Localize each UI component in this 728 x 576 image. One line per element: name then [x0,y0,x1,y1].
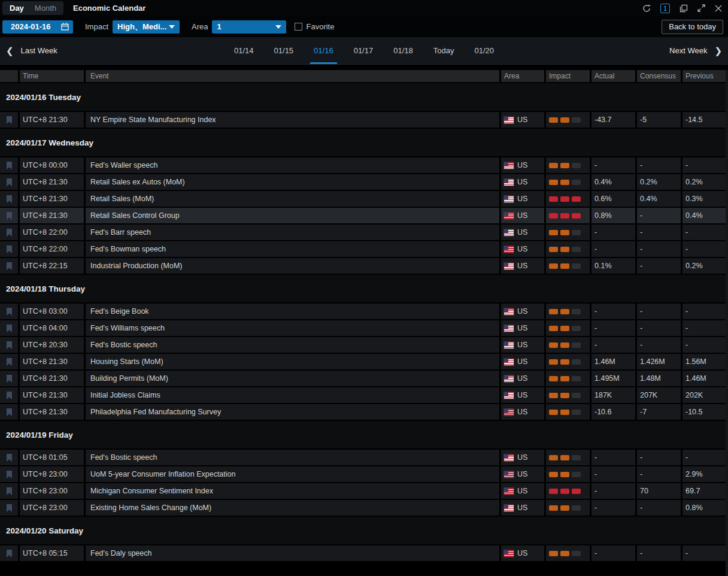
impact-select[interactable]: High、Medi... [113,20,180,34]
week-day-item[interactable]: 01/16 [310,37,337,64]
bookmark-icon[interactable] [6,325,13,332]
table-row[interactable]: UTC+8 01:05Fed's Bostic speechUS--- [0,450,726,465]
table-row[interactable]: UTC+8 21:30Retail Sales Control GroupUS0… [0,208,726,223]
impact-segment [572,196,581,202]
table-row[interactable]: UTC+8 21:30Building Permits (MoM)US1.495… [0,371,726,386]
actual-cell: - [592,337,635,353]
bookmark-icon[interactable] [6,229,13,237]
bookmark-icon[interactable] [6,178,13,186]
table-row[interactable]: UTC+8 22:00Fed's Barr speechUS--- [0,225,726,240]
bookmark-icon[interactable] [6,212,13,220]
bookmark-icon[interactable] [6,471,13,478]
chevron-left-icon: ❮ [6,46,14,56]
table-row[interactable]: UTC+8 03:00Fed's Beige BookUS--- [0,304,726,319]
previous-cell: 0.2% [682,174,726,190]
bookmark-icon[interactable] [6,341,13,349]
table-row[interactable]: UTC+8 21:30Philadelphia Fed Manufacturin… [0,404,726,420]
week-navigation: ❮ Last Week 01/1401/1501/1601/1701/18Tod… [0,37,728,65]
favorite-checkbox[interactable] [295,23,302,31]
impact-segment [560,359,569,365]
previous-cell: - [682,241,726,257]
bookmark-cell [0,174,18,190]
previous-cell: 2.9% [682,466,726,482]
week-day-item[interactable]: Today [430,37,458,64]
consensus-cell: 70 [637,483,681,499]
table-row[interactable]: UTC+8 22:15Industrial Production (MoM)US… [0,258,726,274]
scrollbar[interactable] [726,70,728,576]
consensus-cell: - [637,450,681,465]
duplicate-window-icon[interactable] [680,4,688,13]
area-cell: US [501,112,544,128]
refresh-icon[interactable] [642,4,651,13]
panel-count-badge[interactable]: 1 [660,4,670,13]
area-label: US [517,374,527,383]
event-cell: Fed's Barr speech [86,225,499,240]
bookmark-icon[interactable] [6,408,13,416]
event-cell: Retail Sales (MoM) [86,191,499,207]
last-week-button[interactable]: ❮ Last Week [6,37,57,64]
impact-segment [560,326,569,331]
area-label: US [517,195,527,203]
bookmark-icon[interactable] [6,375,13,383]
week-day-item[interactable]: 01/18 [390,37,417,64]
table-row[interactable]: UTC+8 20:30Fed's Bostic speechUS--- [0,337,726,353]
area-label: US [517,549,527,557]
bookmark-cell [0,258,18,274]
actual-cell: - [592,320,635,336]
bookmark-icon[interactable] [6,504,13,512]
table-row[interactable]: UTC+8 23:00UoM 5-year Consumer Inflation… [0,466,726,482]
consensus-cell: - [637,304,681,319]
us-flag-icon [504,263,514,269]
table-row[interactable]: UTC+8 21:30Housing Starts (MoM)US1.46M1.… [0,354,726,369]
close-icon[interactable] [715,5,722,12]
column-header: Consensus [637,70,681,82]
next-week-label: Next Week [669,46,707,55]
impact-segment [560,180,569,185]
bookmark-icon[interactable] [6,454,13,462]
bookmark-icon[interactable] [6,262,13,270]
bookmark-icon[interactable] [6,245,13,253]
event-cell: Industrial Production (MoM) [86,258,499,274]
table-row[interactable]: UTC+8 23:00Existing Home Sales Change (M… [0,500,726,516]
table-row[interactable]: UTC+8 00:00Fed's Waller speechUS--- [0,157,726,173]
week-day-item[interactable]: 01/15 [271,37,298,64]
date-picker[interactable]: 2024-01-16 [2,20,73,34]
area-select[interactable]: 1 [212,20,286,34]
impact-segment [549,489,558,494]
table-row[interactable]: UTC+8 21:30Initial Jobless ClaimsUS187K2… [0,387,726,403]
bookmark-icon[interactable] [6,392,13,399]
favorite-filter[interactable]: Favorite [295,22,334,31]
table-row[interactable]: UTC+8 05:15Fed's Daly speechUS--- [0,545,726,561]
table-row[interactable]: UTC+8 21:30Retail Sales ex Autos (MoM)US… [0,174,726,190]
bookmark-icon[interactable] [6,308,13,316]
bookmark-icon[interactable] [6,116,13,124]
week-day-item[interactable]: 01/17 [350,37,377,64]
tab-day[interactable]: Day [10,4,24,13]
expand-icon[interactable] [697,4,705,12]
table-row[interactable]: UTC+8 21:30NY Empire State Manufacturing… [0,112,726,128]
back-to-today-button[interactable]: Back to today [662,20,723,34]
area-cell: US [501,387,544,403]
week-day-item[interactable]: 01/14 [230,37,257,64]
next-week-button[interactable]: Next Week ❯ [669,37,722,64]
bookmark-icon[interactable] [6,195,13,203]
bookmark-icon[interactable] [6,487,13,495]
area-cell: US [501,354,544,369]
time-cell: UTC+8 01:05 [20,450,84,465]
bookmark-icon[interactable] [6,550,13,557]
table-row[interactable]: UTC+8 22:00Fed's Bowman speechUS--- [0,241,726,257]
header-bookmark-col [0,70,18,82]
impact-cell [546,174,590,190]
bookmark-icon[interactable] [6,358,13,366]
event-cell: NY Empire State Manufacturing Index [86,112,499,128]
table-row[interactable]: UTC+8 21:30Retail Sales (MoM)US0.6%0.4%0… [0,191,726,207]
week-day-item[interactable]: 01/20 [471,37,498,64]
table-row[interactable]: UTC+8 23:00Michigan Consumer Sentiment I… [0,483,726,499]
table-row[interactable]: UTC+8 04:00Fed's Williams speechUS--- [0,320,726,336]
bookmark-icon[interactable] [6,162,13,169]
last-week-label: Last Week [21,46,57,55]
tab-month[interactable]: Month [35,4,56,13]
time-cell: UTC+8 21:30 [20,404,84,420]
time-cell: UTC+8 23:00 [20,500,84,516]
area-label: US [517,487,527,495]
